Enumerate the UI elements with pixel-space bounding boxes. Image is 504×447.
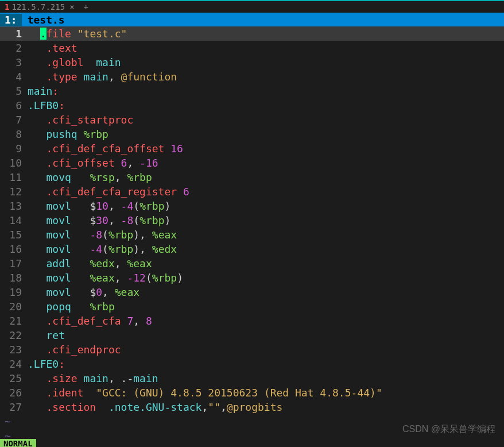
token: .cfi_endproc <box>46 344 121 356</box>
code-line[interactable]: 20 popq %rbp <box>0 299 504 314</box>
code-line[interactable]: 2 .text <box>0 41 504 55</box>
code-content[interactable]: .cfi_def_cfa 7, 8 <box>28 315 504 327</box>
code-line[interactable]: 6.LFB0: <box>0 98 504 113</box>
token: %rsp <box>90 171 114 183</box>
code-line[interactable]: 8 pushq %rbp <box>0 127 504 141</box>
code-content[interactable]: main: <box>28 85 504 97</box>
code-content[interactable]: .section .note.GNU-stack,"",@progbits <box>28 401 504 413</box>
code-content[interactable]: popq %rbp <box>28 300 504 313</box>
code-content[interactable]: movl -8(%rbp), %eax <box>28 229 504 241</box>
token: .size <box>46 372 77 384</box>
token: main <box>84 71 108 83</box>
token: .LFB0 <box>28 99 59 111</box>
code-line[interactable]: 19 movl $0, %eax <box>0 285 504 299</box>
token: %edx <box>90 257 114 269</box>
code-line[interactable]: 25 .size main, .-main <box>0 371 504 386</box>
code-line[interactable]: 21 .cfi_def_cfa 7, 8 <box>0 314 504 328</box>
token: file <box>46 28 77 40</box>
token <box>121 315 127 327</box>
token: %edx <box>152 243 177 255</box>
code-line[interactable]: 14 movl $30, -8(%rbp) <box>0 213 504 228</box>
token: "" <box>208 401 220 413</box>
tab-close-icon[interactable]: × <box>69 2 74 11</box>
token: .LFE0 <box>28 358 59 370</box>
token: %rbp <box>84 128 108 140</box>
code-content[interactable]: .type main, @function <box>28 71 504 83</box>
code-content[interactable]: movl $0, %eax <box>28 286 504 298</box>
line-number: 18 <box>0 272 28 284</box>
code-content[interactable]: movl $10, -4(%rbp) <box>28 200 504 212</box>
token: , <box>108 200 121 212</box>
token <box>28 28 40 40</box>
tab-item[interactable]: 1 121.5.7.215 × <box>0 2 79 11</box>
tab-add-button[interactable]: + <box>79 2 93 11</box>
token: , <box>115 272 127 284</box>
code-line[interactable]: 1 .file "test.c" <box>0 26 504 41</box>
code-line[interactable]: 24.LFE0: <box>0 357 504 371</box>
code-line[interactable]: 5main: <box>0 84 504 98</box>
code-line[interactable]: 26 .ident "GCC: (GNU) 4.8.5 20150623 (Re… <box>0 386 504 400</box>
token <box>28 171 46 183</box>
token: : <box>52 85 59 97</box>
token: 6 <box>121 157 127 169</box>
code-line[interactable]: 17 addl %edx, %eax <box>0 256 504 271</box>
code-content[interactable]: .cfi_endproc <box>28 344 504 356</box>
line-number: 5 <box>0 85 28 97</box>
token: main <box>84 372 108 384</box>
code-content[interactable]: .LFB0: <box>28 99 504 111</box>
code-content[interactable]: pushq %rbp <box>28 128 504 140</box>
code-line[interactable]: 22 ret <box>0 328 504 342</box>
code-content[interactable]: .file "test.c" <box>28 28 504 40</box>
code-content[interactable]: .cfi_def_cfa_register 6 <box>28 186 504 198</box>
code-line[interactable]: 13 movl $10, -4(%rbp) <box>0 199 504 213</box>
token: 7 <box>127 315 133 327</box>
code-content[interactable]: movq %rsp, %rbp <box>28 171 504 183</box>
token: -8 <box>90 229 102 241</box>
line-number: 3 <box>0 56 28 68</box>
token: %rbp <box>127 171 152 183</box>
code-content[interactable]: .cfi_def_cfa_offset 16 <box>28 142 504 155</box>
code-line[interactable]: 7 .cfi_startproc <box>0 113 504 127</box>
token: , <box>108 214 121 226</box>
code-content[interactable]: movl $30, -8(%rbp) <box>28 214 504 226</box>
code-line[interactable]: 18 movl %eax, -12(%rbp) <box>0 271 504 285</box>
token: ) <box>165 200 171 212</box>
code-content[interactable]: ret <box>28 329 504 341</box>
code-line[interactable]: 9 .cfi_def_cfa_offset 16 <box>0 141 504 156</box>
token <box>28 71 46 83</box>
code-line[interactable]: 27 .section .note.GNU-stack,"",@progbits <box>0 400 504 414</box>
code-line[interactable]: 16 movl -4(%rbp), %edx <box>0 242 504 256</box>
code-content[interactable]: movl -4(%rbp), %edx <box>28 243 504 255</box>
code-content[interactable]: .LFE0: <box>28 358 504 370</box>
code-content[interactable]: addl %edx, %eax <box>28 257 504 269</box>
code-content[interactable]: .size main, .-main <box>28 372 504 384</box>
token: %eax <box>90 272 114 284</box>
token <box>28 42 46 54</box>
token: ) <box>165 214 171 226</box>
code-line[interactable]: 3 .globl main <box>0 55 504 70</box>
token: ( <box>146 272 152 284</box>
token: movl <box>46 243 71 255</box>
code-content[interactable]: .cfi_offset 6, -16 <box>28 157 504 169</box>
token: .ident <box>46 387 84 399</box>
code-content[interactable]: .text <box>28 42 504 54</box>
buffer-number: 1: <box>0 14 22 26</box>
editor-area[interactable]: 1 .file "test.c"2 .text3 .globl main4 .t… <box>0 26 504 443</box>
token <box>164 142 170 155</box>
buffer-line: 1: test.s <box>0 13 504 26</box>
code-content[interactable]: .cfi_startproc <box>28 114 504 126</box>
code-content[interactable]: .ident "GCC: (GNU) 4.8.5 20150623 (Red H… <box>28 387 504 399</box>
code-line[interactable]: 23 .cfi_endproc <box>0 342 504 357</box>
line-number: 17 <box>0 257 28 269</box>
code-line[interactable]: 11 movq %rsp, %rbp <box>0 170 504 184</box>
token: ), <box>133 243 152 255</box>
line-number: 12 <box>0 186 28 198</box>
token <box>96 401 108 413</box>
code-line[interactable]: 15 movl -8(%rbp), %eax <box>0 228 504 242</box>
code-line[interactable]: 10 .cfi_offset 6, -16 <box>0 156 504 170</box>
code-content[interactable]: movl %eax, -12(%rbp) <box>28 272 504 284</box>
token: movl <box>46 286 71 298</box>
code-line[interactable]: 4 .type main, @function <box>0 70 504 84</box>
code-line[interactable]: 12 .cfi_def_cfa_register 6 <box>0 184 504 199</box>
code-content[interactable]: .globl main <box>28 56 504 68</box>
